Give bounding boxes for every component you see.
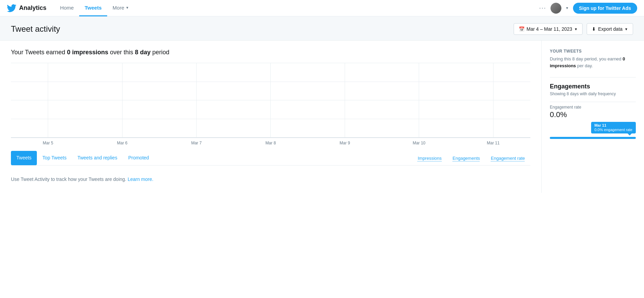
your-tweets-description: During this 8 day period, you earned 0 i… — [550, 56, 636, 69]
analytics-label: Analytics — [19, 4, 46, 12]
calendar-icon: 📅 — [519, 26, 525, 32]
header-right: ··· ▼ Sign up for Twitter Ads — [539, 3, 637, 14]
download-icon: ⬇ — [592, 26, 596, 32]
chart-container — [11, 63, 530, 138]
headline-prefix: Your Tweets earned — [11, 49, 67, 56]
col-line-3 — [196, 63, 197, 138]
sidebar-divider — [550, 77, 636, 77]
nav-tweets[interactable]: Tweets — [79, 0, 107, 16]
col-line-2 — [122, 63, 123, 138]
export-chevron-icon: ▼ — [625, 27, 628, 31]
engagements-divider — [550, 102, 636, 102]
avatar[interactable] — [550, 3, 561, 14]
headline-suffix: over this — [108, 49, 135, 56]
x-label-mar8: Mar 8 — [233, 141, 307, 145]
export-label: Export data — [598, 26, 622, 32]
your-tweets-title: YOUR TWEETS — [550, 49, 636, 54]
x-label-mar5: Mar 5 — [11, 141, 85, 145]
header-nav: Home Tweets More ▼ — [55, 0, 134, 16]
x-label-mar10: Mar 10 — [382, 141, 456, 145]
headline-end: period — [151, 49, 169, 56]
impressions-value: 0 impressions — [67, 49, 108, 56]
col-line-4 — [270, 63, 271, 138]
chart-columns — [11, 63, 530, 138]
x-label-mar7: Mar 7 — [159, 141, 233, 145]
tooltip-date: Mar 11 — [595, 123, 632, 127]
x-label-mar6: Mar 6 — [85, 141, 159, 145]
nav-more[interactable]: More ▼ — [107, 0, 134, 16]
col-line-1 — [48, 63, 48, 138]
date-picker-button[interactable]: 📅 Mar 4 – Mar 11, 2023 ▼ — [514, 23, 583, 35]
tab-promoted[interactable]: Promoted — [123, 151, 155, 165]
more-chevron-icon: ▼ — [126, 6, 129, 10]
x-label-mar9: Mar 9 — [308, 141, 382, 145]
date-range-label: Mar 4 – Mar 11, 2023 — [527, 26, 572, 32]
date-chevron-icon: ▼ — [574, 27, 578, 31]
engagements-subtitle: Showing 8 days with daily frequency — [550, 91, 636, 96]
tooltip-bubble: Mar 11 0.0% engagement rate — [591, 122, 636, 133]
tab-top-tweets[interactable]: Top Tweets — [37, 151, 72, 165]
learn-more-link[interactable]: Learn more. — [128, 176, 153, 182]
col-header-engagement-rate[interactable]: Engagement rate — [485, 153, 530, 164]
empty-state: Use Tweet Activity to track how your Twe… — [11, 166, 530, 185]
tooltip-value: 0.0% engagement rate — [595, 128, 632, 132]
col-line-7 — [493, 63, 493, 138]
col-header-impressions[interactable]: Impressions — [412, 153, 447, 164]
impressions-headline: Your Tweets earned 0 impressions over th… — [11, 49, 530, 56]
day-count: 8 day — [135, 49, 151, 56]
col-line-5 — [345, 63, 345, 138]
engagements-title: Engagements — [550, 83, 636, 90]
chart-x-axis: Mar 5 Mar 6 Mar 7 Mar 8 Mar 9 Mar 10 Mar… — [11, 138, 530, 148]
more-options-icon[interactable]: ··· — [539, 4, 546, 12]
page-title: Tweet activity — [11, 24, 60, 34]
sidebar-section: YOUR TWEETS During this 8 day period, yo… — [542, 41, 644, 193]
chart-section: Your Tweets earned 0 impressions over th… — [0, 41, 542, 193]
engagement-rate-value: 0.0% — [550, 110, 636, 119]
empty-state-text: Use Tweet Activity to track how your Twe… — [11, 176, 128, 182]
page-header: Tweet activity 📅 Mar 4 – Mar 11, 2023 ▼ … — [0, 16, 644, 41]
export-button[interactable]: ⬇ Export data ▼ — [587, 23, 633, 35]
logo: Analytics — [7, 3, 46, 13]
main-content: Your Tweets earned 0 impressions over th… — [0, 41, 644, 193]
header: Analytics Home Tweets More ▼ ··· ▼ Sign … — [0, 0, 644, 16]
twitter-bird-icon — [7, 3, 16, 13]
page-header-actions: 📅 Mar 4 – Mar 11, 2023 ▼ ⬇ Export data ▼ — [514, 23, 633, 35]
nav-home[interactable]: Home — [55, 0, 79, 16]
sidebar-your-tweets: YOUR TWEETS During this 8 day period, yo… — [550, 49, 636, 69]
signup-button[interactable]: Sign up for Twitter Ads — [573, 3, 637, 14]
avatar-image — [550, 3, 561, 14]
tab-tweets[interactable]: Tweets — [11, 151, 37, 165]
x-label-mar11: Mar 11 — [456, 141, 530, 145]
col-header-engagements[interactable]: Engagements — [447, 153, 485, 164]
engagements-section: Engagements Showing 8 days with daily fr… — [550, 83, 636, 139]
engagement-bar — [550, 137, 636, 139]
engagement-rate-label: Engagement rate — [550, 105, 636, 110]
account-chevron-icon[interactable]: ▼ — [566, 6, 569, 10]
tabs-row: Tweets Top Tweets Tweets and replies Pro… — [11, 151, 530, 166]
col-line-6 — [419, 63, 419, 138]
tab-tweets-replies[interactable]: Tweets and replies — [72, 151, 123, 165]
tooltip-row: Mar 11 0.0% engagement rate — [550, 122, 636, 133]
